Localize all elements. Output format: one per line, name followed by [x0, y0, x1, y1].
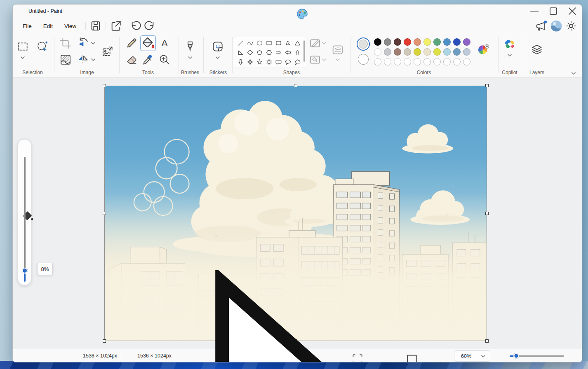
- layers-button[interactable]: [530, 43, 543, 56]
- custom-color-slot[interactable]: [423, 58, 431, 65]
- custom-color-slot[interactable]: [374, 58, 381, 65]
- save-button[interactable]: [89, 19, 102, 33]
- palette-color[interactable]: [433, 38, 441, 46]
- palette-color[interactable]: [463, 48, 470, 56]
- selection-handle[interactable]: [103, 212, 106, 215]
- copilot-chevron-icon[interactable]: [507, 52, 513, 58]
- palette-color[interactable]: [384, 38, 391, 46]
- close-button[interactable]: [563, 5, 582, 18]
- palette-color[interactable]: [443, 38, 451, 46]
- shape-outline-button[interactable]: [308, 37, 322, 50]
- foreground-color-swatch[interactable]: [357, 37, 370, 51]
- shape-five-point-star[interactable]: [255, 57, 264, 67]
- resize-button[interactable]: [101, 45, 114, 58]
- shape-polygon[interactable]: [283, 38, 293, 48]
- shape-outline-chevron-icon[interactable]: [321, 40, 327, 46]
- custom-color-slot[interactable]: [384, 58, 391, 65]
- brushes-chevron-icon[interactable]: [187, 55, 193, 61]
- custom-color-slot[interactable]: [404, 58, 411, 65]
- palette-color[interactable]: [374, 38, 381, 46]
- account-avatar[interactable]: [550, 19, 563, 33]
- stroke-size-button[interactable]: [331, 43, 344, 56]
- shape-curve[interactable]: [245, 38, 255, 48]
- selection-chevron-icon[interactable]: [20, 55, 26, 61]
- selection-handle[interactable]: [485, 84, 489, 87]
- custom-color-slot[interactable]: [394, 58, 401, 65]
- menu-view[interactable]: View: [59, 21, 82, 32]
- shape-rounded-speech-bubble[interactable]: [274, 57, 283, 67]
- shape-left-arrow[interactable]: [283, 48, 293, 57]
- fill-button[interactable]: [140, 35, 156, 51]
- shape-line[interactable]: [236, 38, 245, 48]
- share-button[interactable]: [109, 19, 122, 33]
- menu-file[interactable]: File: [17, 21, 38, 32]
- menu-edit[interactable]: Edit: [38, 21, 59, 32]
- shape-four-point-star[interactable]: [245, 57, 255, 67]
- slider-track[interactable]: [24, 157, 26, 268]
- shape-diamond[interactable]: [245, 48, 255, 57]
- palette-color[interactable]: [374, 48, 381, 56]
- shape-fill-button[interactable]: [308, 53, 322, 66]
- selection-handle[interactable]: [485, 212, 489, 215]
- custom-color-slot[interactable]: [414, 58, 421, 65]
- shape-heart[interactable]: [236, 67, 245, 68]
- pencil-button[interactable]: [125, 37, 138, 50]
- palette-color[interactable]: [414, 38, 421, 46]
- magnifier-button[interactable]: [158, 53, 171, 66]
- shape-rounded-rectangle[interactable]: [274, 38, 283, 48]
- palette-color[interactable]: [414, 48, 421, 56]
- shape-fill-chevron-icon[interactable]: [321, 57, 327, 63]
- color-picker-button[interactable]: [141, 53, 155, 66]
- shape-up-arrow[interactable]: [293, 48, 302, 57]
- rotate-button[interactable]: [76, 37, 89, 50]
- minimize-button[interactable]: [525, 5, 544, 18]
- shape-cloud-speech-bubble[interactable]: [293, 57, 302, 67]
- palette-color[interactable]: [394, 38, 401, 46]
- redo-button[interactable]: [143, 19, 156, 33]
- rotate-chevron-icon[interactable]: [90, 40, 96, 46]
- shape-rectangle[interactable]: [264, 38, 274, 48]
- text-button[interactable]: A: [158, 37, 171, 50]
- shape-oval-speech-bubble[interactable]: [283, 57, 293, 67]
- custom-color-slot[interactable]: [463, 58, 470, 65]
- shape-six-point-star[interactable]: [264, 57, 274, 67]
- titlebar[interactable]: Untitled - Paint: [13, 5, 582, 18]
- stickers-chevron-icon[interactable]: [215, 55, 221, 61]
- flip-button[interactable]: [76, 53, 89, 66]
- palette-color[interactable]: [404, 48, 411, 56]
- background-color-swatch[interactable]: [358, 54, 369, 65]
- shape-lightning[interactable]: [245, 67, 255, 68]
- palette-color[interactable]: [423, 38, 431, 46]
- settings-button[interactable]: [564, 19, 578, 33]
- custom-color-slot[interactable]: [453, 58, 461, 65]
- selection-handle[interactable]: [103, 84, 106, 87]
- eraser-button[interactable]: [125, 53, 138, 66]
- edit-colors-button[interactable]: [477, 43, 490, 56]
- undo-button[interactable]: [129, 19, 143, 33]
- custom-color-slot[interactable]: [443, 58, 451, 65]
- shape-right-arrow[interactable]: [274, 48, 283, 57]
- shape-right-triangle[interactable]: [236, 48, 245, 57]
- shape-oval[interactable]: [255, 38, 264, 48]
- rectangle-select-button[interactable]: [16, 40, 29, 53]
- palette-color[interactable]: [453, 48, 461, 56]
- crop-button[interactable]: [59, 37, 72, 50]
- custom-color-slot[interactable]: [433, 58, 441, 65]
- palette-color[interactable]: [463, 38, 470, 46]
- brushes-button[interactable]: [183, 40, 197, 53]
- free-select-button[interactable]: [36, 40, 49, 53]
- shape-down-arrow[interactable]: [236, 57, 245, 67]
- flip-chevron-icon[interactable]: [90, 57, 96, 63]
- stroke-size-chevron-icon[interactable]: [335, 57, 341, 63]
- feedback-button[interactable]: [535, 19, 548, 33]
- remove-background-button[interactable]: [59, 53, 72, 66]
- selection-handle[interactable]: [294, 84, 297, 87]
- palette-color[interactable]: [433, 48, 441, 56]
- palette-color[interactable]: [453, 38, 461, 46]
- palette-color[interactable]: [384, 48, 391, 56]
- palette-color[interactable]: [404, 38, 411, 46]
- maximize-button[interactable]: [544, 5, 563, 18]
- stickers-button[interactable]: [211, 40, 224, 53]
- collapse-ribbon-chevron-icon[interactable]: [571, 70, 576, 76]
- palette-color[interactable]: [443, 48, 451, 56]
